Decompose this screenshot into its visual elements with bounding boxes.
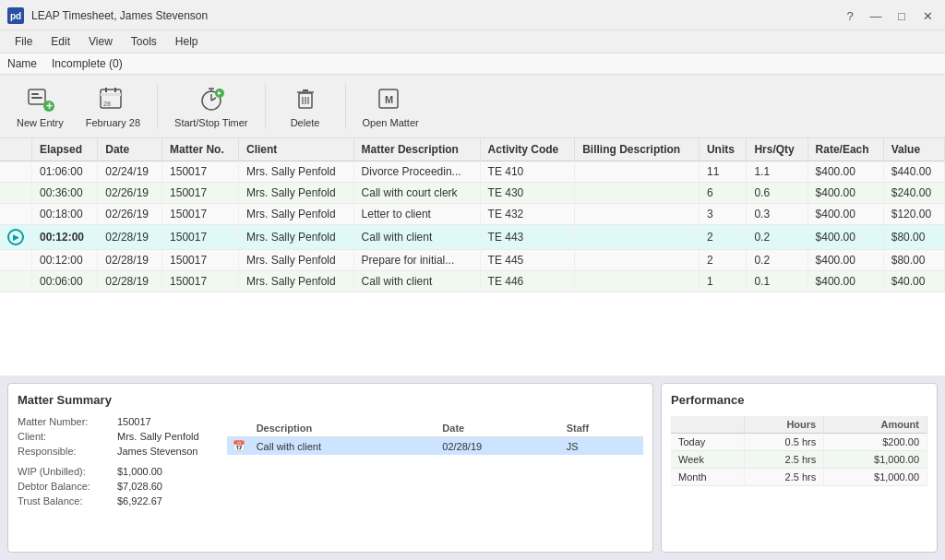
close-button[interactable]: ✕ [921, 9, 934, 22]
cell-billing_desc [575, 271, 700, 292]
new-entry-button[interactable]: + New Entry [7, 80, 73, 132]
cell-matter_desc: Call with client [353, 271, 480, 292]
col-value[interactable]: Value [883, 138, 944, 161]
app-logo: pd [7, 7, 24, 24]
performance-panel: Performance Hours Amount Today0.5 hrs$20… [661, 383, 938, 553]
svg-text:pd: pd [10, 11, 21, 21]
col-billing-desc[interactable]: Billing Description [575, 138, 700, 161]
timer-button[interactable]: Start/Stop Timer [165, 80, 257, 132]
cell-units: 11 [699, 161, 746, 183]
timer-label: Start/Stop Timer [174, 117, 247, 128]
svg-text:M: M [385, 94, 393, 105]
cell-activity_code: TE 443 [480, 225, 575, 250]
perf-cell-hours: 0.5 hrs [745, 434, 824, 451]
menu-edit[interactable]: Edit [43, 32, 78, 51]
timesheet-table: Elapsed Date Matter No. Client Matter De… [0, 138, 945, 292]
mini-table-row[interactable]: 📅 Call with client 02/28/19 JS [227, 437, 643, 456]
cell-date: 02/28/19 [98, 250, 162, 271]
date-label: February 28 [86, 117, 140, 128]
wip-row: WIP (Unbilled): $1,000.00 [18, 466, 199, 477]
cell-matter_no: 150017 [162, 204, 239, 225]
menu-file[interactable]: File [7, 32, 40, 51]
perf-cell-label: Today [671, 434, 745, 451]
title-bar-controls: ? — □ ✕ [843, 9, 934, 22]
toolbar-divider-1 [157, 83, 158, 129]
play-icon[interactable]: ▶ [7, 229, 24, 245]
open-matter-button[interactable]: M Open Matter [353, 80, 428, 132]
name-bar: Name Incomplete (0) [0, 54, 945, 75]
delete-label: Delete [291, 117, 320, 128]
cell-value: $80.00 [883, 250, 944, 271]
col-date[interactable]: Date [98, 138, 162, 161]
row-indicator [0, 204, 32, 225]
cell-matter_desc: Prepare for initial... [353, 250, 480, 271]
client-row: Client: Mrs. Sally Penfold [18, 431, 199, 442]
toolbar-divider-3 [345, 83, 346, 129]
timer-icon [197, 84, 226, 113]
perf-cell-amount: $200.00 [824, 434, 927, 451]
date-picker-button[interactable]: 28 February 28 [77, 80, 150, 132]
matter-summary-title: Matter Summary [18, 393, 643, 407]
col-hrs-qty[interactable]: Hrs/Qty [747, 138, 807, 161]
cell-date: 02/28/19 [98, 271, 162, 292]
cell-hrs_qty: 0.6 [747, 183, 807, 204]
cell-hrs_qty: 0.3 [747, 204, 807, 225]
cell-rate_each: $400.00 [807, 250, 883, 271]
col-matter-desc[interactable]: Matter Description [353, 138, 480, 161]
cell-activity_code: TE 445 [480, 250, 575, 271]
perf-body: Today0.5 hrs$200.00Week2.5 hrs$1,000.00M… [671, 434, 927, 486]
wip-label: WIP (Unbilled): [18, 466, 110, 477]
delete-button[interactable]: Delete [273, 80, 338, 132]
cell-activity_code: TE 430 [480, 183, 575, 204]
perf-cell-label: Month [671, 469, 745, 486]
window-title: LEAP Timesheet, James Stevenson [31, 9, 208, 22]
row-indicator [0, 183, 32, 204]
cell-units: 3 [699, 204, 746, 225]
matter-summary-grid: Matter Number: 150017 Client: Mrs. Sally… [18, 416, 643, 506]
perf-row: Month2.5 hrs$1,000.00 [671, 469, 927, 486]
cell-matter_desc: Letter to client [353, 204, 480, 225]
col-matter-no[interactable]: Matter No. [162, 138, 239, 161]
cell-hrs_qty: 0.2 [747, 250, 807, 271]
help-button[interactable]: ? [843, 9, 856, 22]
bottom-panels: Matter Summary Matter Number: 150017 Cli… [0, 375, 945, 560]
title-bar-left: pd LEAP Timesheet, James Stevenson [7, 7, 208, 24]
cell-elapsed: 00:06:00 [32, 271, 98, 292]
col-units[interactable]: Units [699, 138, 746, 161]
cell-matter_desc: Call with court clerk [353, 183, 480, 204]
cell-elapsed: 00:36:00 [32, 183, 98, 204]
table-row[interactable]: ▶00:12:0002/28/19150017Mrs. Sally Penfol… [0, 225, 945, 250]
menu-tools[interactable]: Tools [124, 32, 164, 51]
perf-cell-hours: 2.5 hrs [745, 451, 824, 469]
perf-col-amount: Amount [824, 416, 927, 434]
table-row[interactable]: 00:06:0002/28/19150017Mrs. Sally Penfold… [0, 271, 945, 292]
cell-matter_no: 150017 [162, 161, 239, 183]
table-row[interactable]: 00:12:0002/28/19150017Mrs. Sally Penfold… [0, 250, 945, 271]
col-rate-each[interactable]: Rate/Each [807, 138, 883, 161]
matter-number-label: Matter Number: [18, 416, 110, 427]
cell-activity_code: TE 446 [480, 271, 575, 292]
trust-row: Trust Balance: $6,922.67 [18, 495, 199, 506]
menu-help[interactable]: Help [168, 32, 206, 51]
table-row[interactable]: 00:36:0002/26/19150017Mrs. Sally Penfold… [0, 183, 945, 204]
cell-units: 1 [699, 271, 746, 292]
col-elapsed[interactable]: Elapsed [32, 138, 98, 161]
cell-matter_no: 150017 [162, 250, 239, 271]
performance-table: Hours Amount Today0.5 hrs$200.00Week2.5 … [671, 416, 927, 486]
toolbar: + New Entry 28 February 28 [0, 75, 945, 138]
matter-mini-table: Description Date Staff 📅 Call with clien… [227, 420, 643, 455]
debtor-label: Debtor Balance: [18, 481, 110, 492]
client-label: Client: [18, 431, 110, 442]
col-activity-code[interactable]: Activity Code [480, 138, 575, 161]
minimize-button[interactable]: — [869, 9, 882, 22]
maximize-button[interactable]: □ [895, 9, 908, 22]
cell-client: Mrs. Sally Penfold [238, 250, 353, 271]
cell-client: Mrs. Sally Penfold [238, 204, 353, 225]
debtor-value: $7,028.60 [117, 481, 162, 492]
row-indicator [0, 250, 32, 271]
open-matter-label: Open Matter [363, 117, 419, 128]
col-client[interactable]: Client [238, 138, 353, 161]
table-row[interactable]: 00:18:0002/26/19150017Mrs. Sally Penfold… [0, 204, 945, 225]
table-row[interactable]: 01:06:0002/24/19150017Mrs. Sally Penfold… [0, 161, 945, 183]
menu-view[interactable]: View [81, 32, 120, 51]
